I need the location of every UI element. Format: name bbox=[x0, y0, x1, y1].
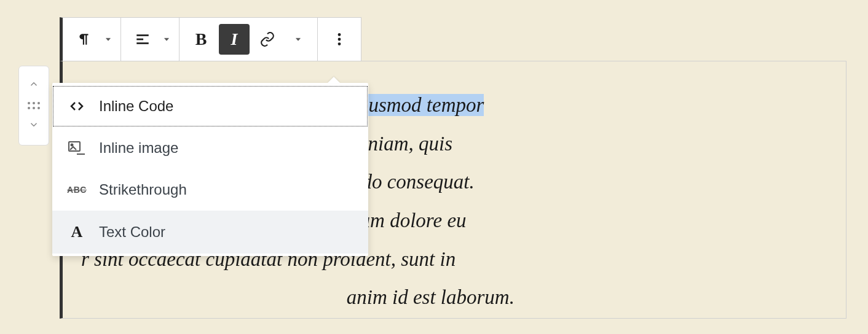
menu-item-label: Text Color bbox=[99, 223, 165, 241]
move-down-icon[interactable] bbox=[28, 119, 39, 133]
svg-marker-4 bbox=[165, 38, 169, 41]
bold-icon: B bbox=[195, 29, 207, 49]
bold-button[interactable]: B bbox=[186, 24, 216, 55]
italic-button[interactable]: I bbox=[219, 24, 250, 55]
menu-item-label: Inline image bbox=[99, 139, 178, 157]
toolbar-group-format: B I bbox=[180, 18, 318, 61]
toolbar-group-block-type bbox=[63, 18, 121, 61]
menu-item-inline-code[interactable]: Inline Code bbox=[52, 85, 368, 127]
code-icon bbox=[67, 99, 87, 114]
menu-item-label: Inline Code bbox=[99, 98, 173, 115]
formatting-dropdown-menu: Inline Code Inline image ABC Strikethrou… bbox=[52, 83, 368, 256]
inline-image-icon bbox=[67, 141, 87, 155]
body-text: anim id est laborum. bbox=[341, 286, 514, 308]
svg-point-6 bbox=[338, 33, 341, 36]
paragraph-type-button[interactable] bbox=[69, 24, 100, 55]
drag-handle-icon[interactable] bbox=[28, 102, 40, 109]
align-dropdown[interactable] bbox=[159, 35, 174, 44]
svg-point-8 bbox=[338, 42, 341, 45]
move-up-icon[interactable] bbox=[28, 79, 39, 92]
toolbar-group-more bbox=[318, 18, 361, 61]
svg-point-10 bbox=[71, 144, 73, 146]
text-color-icon: A bbox=[67, 223, 87, 241]
more-options-button[interactable] bbox=[324, 24, 355, 55]
menu-item-inline-image[interactable]: Inline image bbox=[52, 127, 368, 169]
block-mover[interactable] bbox=[18, 66, 49, 146]
svg-marker-5 bbox=[296, 38, 301, 41]
menu-item-text-color[interactable]: A Text Color bbox=[52, 211, 368, 254]
svg-point-7 bbox=[338, 38, 341, 41]
block-toolbar: B I bbox=[60, 17, 361, 61]
more-formatting-dropdown[interactable] bbox=[284, 35, 312, 44]
align-button[interactable] bbox=[127, 24, 158, 55]
menu-item-strikethrough[interactable]: ABC Strikethrough bbox=[52, 169, 368, 211]
italic-icon: I bbox=[231, 29, 238, 49]
block-type-dropdown[interactable] bbox=[101, 35, 116, 44]
menu-item-label: Strikethrough bbox=[99, 181, 187, 198]
svg-marker-0 bbox=[106, 38, 111, 41]
toolbar-group-align bbox=[121, 18, 180, 61]
strikethrough-icon: ABC bbox=[67, 185, 87, 195]
link-button[interactable] bbox=[252, 24, 283, 55]
